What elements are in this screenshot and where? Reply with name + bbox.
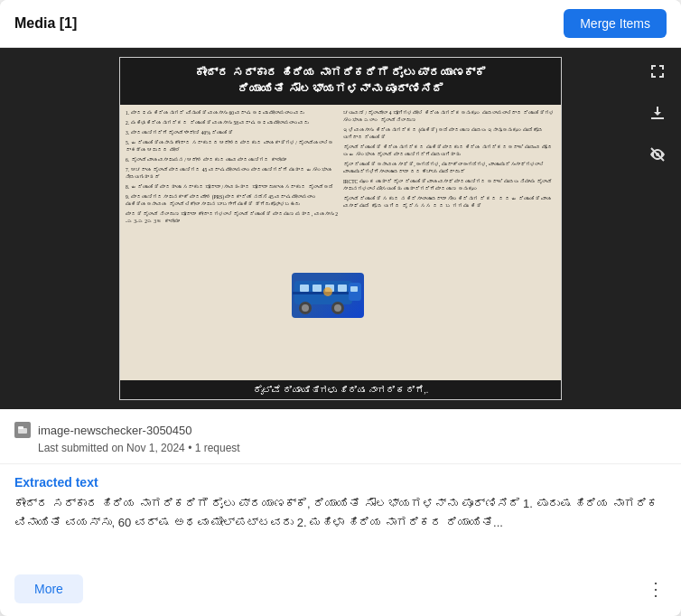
file-info-section: image-newschecker-3050450 Last submitted… <box>0 409 681 464</box>
header-title: Media [1] <box>14 15 77 32</box>
svg-rect-4 <box>338 285 347 292</box>
svg-point-7 <box>302 304 309 312</box>
svg-rect-11 <box>350 286 358 292</box>
file-name: image-newschecker-3050450 <box>38 424 192 437</box>
newspaper-headline: ಕೇಂದ್ರ ಸರ್ಕಾರ ಹಿರಿಯ ನಾಗರಿಕರಿಗೆ ರೈಲು ಪ್ರಯ… <box>120 58 561 105</box>
svg-rect-5 <box>293 292 354 294</box>
footer-bar: More ⋮ <box>0 565 681 616</box>
newspaper-footer: ರೈಲ್ವೆ ರಿಯಾಯಿತಿಗಳು ಹಿರಿಯ ನಾಗರಿಕರಿಗೆ,. <box>120 380 561 399</box>
newspaper-image: ಕೇಂದ್ರ ಸರ್ಕಾರ ಹಿರಿಯ ನಾಗರಿಕರಿಗೆ ರೈಲು ಪ್ರಯ… <box>119 57 562 400</box>
side-icons <box>645 59 670 167</box>
image-container: ಕೇಂದ್ರ ಸರ್ಕಾರ ಹಿರಿಯ ನಾಗರಿಕರಿಗೆ ರೈಲು ಪ್ರಯ… <box>0 48 681 409</box>
hide-icon[interactable] <box>645 142 670 167</box>
svg-point-9 <box>334 304 341 312</box>
svg-rect-16 <box>18 426 23 429</box>
extracted-section: Extracted text ಕೇಂದ್ರ ಸರ್ಕಾರ ಹಿರಿಯ ನಾಗರಿ… <box>0 464 681 546</box>
merge-button[interactable]: Merge Items <box>564 9 667 38</box>
file-info-row: image-newschecker-3050450 <box>14 422 667 438</box>
svg-point-12 <box>323 287 332 296</box>
more-button[interactable]: More <box>14 574 83 603</box>
svg-rect-2 <box>313 285 322 292</box>
newspaper-col-left: 1. ಪ್ರಥಮ ಹಿರಿಯ ನಾಗರಿ ವಿನಾಯಿತಿ ವಯಸ್ಸು 60 … <box>126 110 338 378</box>
card-header: Media [1] Merge Items <box>0 0 681 48</box>
train-illustration <box>292 273 364 318</box>
media-card: Media [1] Merge Items ಕೇಂದ್ರ ಸರ್ಕಾರ ಹಿರಿ… <box>0 0 681 616</box>
extracted-label: Extracted text <box>14 475 667 490</box>
svg-rect-1 <box>300 285 309 292</box>
download-icon[interactable] <box>645 100 670 126</box>
newspaper-col-right: ಚಲಾವಣೆ / ರೈಲ್ವೇಲ್ 4 ಬೋಗಿಗಳ ಮೇಲಿ ಹಿರಿಯ ನಾ… <box>343 110 555 378</box>
expand-icon[interactable] <box>645 59 670 84</box>
newspaper-body: 1. ಪ್ರಥಮ ಹಿರಿಯ ನಾಗರಿ ವಿನಾಯಿತಿ ವಯಸ್ಸು 60 … <box>120 105 561 383</box>
file-meta: Last submitted on Nov 1, 2024 • 1 reques… <box>38 442 667 454</box>
more-options-button[interactable]: ⋮ <box>647 580 667 598</box>
file-type-icon <box>14 422 31 438</box>
extracted-text: ಕೇಂದ್ರ ಸರ್ಕಾರ ಹಿರಿಯ ನಾಗರಿಕರಿಗೆ ರೈಲು ಪ್ರಯ… <box>14 495 667 533</box>
